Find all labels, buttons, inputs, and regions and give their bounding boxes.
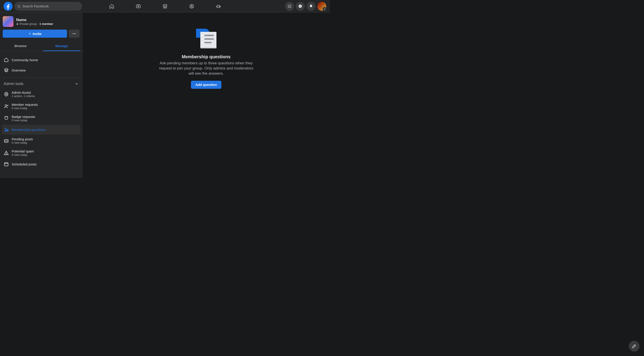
nav-membership-questions[interactable]: Membership questions — [2, 125, 80, 135]
main-content: Membership questions Ask pending members… — [82, 13, 330, 178]
empty-state-title: Membership questions — [182, 54, 230, 59]
svg-rect-31 — [204, 35, 214, 36]
topnav-left — [4, 2, 82, 11]
search-input[interactable] — [22, 4, 79, 8]
nav-pending-posts[interactable]: Pending posts 0 new today — [2, 135, 80, 147]
svg-point-7 — [219, 7, 220, 7]
svg-point-32 — [202, 39, 203, 40]
account-avatar[interactable] — [317, 2, 326, 11]
badge-icon — [4, 116, 9, 121]
nav-member-requests[interactable]: Member requests 0 new today — [2, 100, 80, 112]
svg-point-34 — [202, 42, 203, 43]
search-icon — [17, 5, 20, 8]
svg-rect-27 — [4, 163, 8, 166]
group-header[interactable]: Name Private group · 1 member — [2, 16, 80, 30]
lock-icon — [16, 23, 18, 25]
tab-manage[interactable]: Manage — [41, 40, 82, 51]
svg-point-21 — [5, 105, 7, 106]
nav-badge-requests[interactable]: Badge requests 0 new today — [2, 113, 80, 124]
group-actions: Invite — [2, 30, 80, 40]
group-thumbnail — [3, 16, 14, 27]
menu-button[interactable] — [285, 2, 294, 11]
svg-point-30 — [202, 35, 203, 36]
svg-point-19 — [75, 33, 76, 34]
topnav-right — [285, 2, 326, 11]
add-question-button[interactable]: Add question — [191, 81, 222, 89]
empty-state-description: Ask pending members up to three question… — [157, 61, 256, 76]
nav-admin-assist[interactable]: Admin Assist 1 action, 1 criteria — [2, 88, 80, 100]
svg-point-26 — [6, 154, 6, 154]
facebook-logo[interactable] — [4, 2, 12, 11]
tab-browse[interactable]: Browse — [0, 40, 41, 51]
nav-marketplace[interactable] — [152, 1, 178, 12]
svg-point-13 — [290, 6, 291, 7]
nav-community-home[interactable]: Community home — [2, 55, 80, 65]
nav-watch[interactable] — [126, 1, 151, 12]
svg-point-20 — [6, 94, 7, 95]
more-actions-button[interactable] — [69, 30, 80, 38]
svg-point-15 — [289, 7, 290, 8]
sidebar: Name Private group · 1 member Invite — [0, 13, 82, 178]
empty-state-illustration — [196, 29, 217, 48]
svg-point-14 — [288, 7, 288, 8]
svg-point-4 — [191, 5, 192, 7]
svg-point-0 — [18, 5, 20, 7]
svg-point-18 — [74, 33, 74, 34]
nav-groups[interactable] — [179, 1, 204, 12]
topnav-center — [99, 1, 231, 12]
plus-icon — [28, 32, 31, 35]
svg-point-16 — [290, 7, 291, 8]
svg-point-22 — [5, 128, 6, 130]
svg-point-10 — [290, 5, 291, 6]
svg-line-1 — [20, 7, 20, 8]
person-plus-icon — [4, 104, 9, 109]
gear-shield-icon — [4, 92, 9, 97]
admin-tools-header[interactable]: Admin tools — [2, 80, 80, 88]
sidebar-tabs: Browse Manage — [0, 40, 82, 51]
svg-point-12 — [289, 6, 290, 7]
nav-list: Community home Overview Admin tools — [2, 53, 80, 169]
stack-icon — [4, 68, 9, 73]
svg-rect-33 — [204, 38, 214, 40]
notifications-button[interactable] — [306, 2, 316, 11]
svg-point-11 — [288, 6, 288, 7]
nav-scheduled-posts[interactable]: Scheduled posts — [2, 159, 80, 169]
inbox-icon — [4, 138, 9, 144]
svg-point-9 — [289, 5, 290, 6]
svg-rect-35 — [204, 42, 212, 43]
divider — [2, 77, 80, 78]
warning-icon — [4, 150, 9, 156]
group-name: Name — [16, 18, 53, 22]
nav-gaming[interactable] — [206, 1, 231, 12]
nav-overview[interactable]: Overview — [2, 65, 80, 75]
invite-button[interactable]: Invite — [3, 30, 67, 38]
svg-point-8 — [288, 5, 288, 6]
chevron-up-icon — [74, 82, 79, 86]
calendar-icon — [4, 161, 9, 167]
nav-home[interactable] — [99, 1, 124, 12]
question-person-icon — [4, 127, 9, 132]
group-subtitle: Private group · 1 member — [16, 22, 53, 26]
top-navigation — [0, 0, 330, 13]
search-bar[interactable] — [14, 2, 82, 11]
messenger-button[interactable] — [296, 2, 305, 11]
nav-potential-spam[interactable]: Potential spam 0 new today — [2, 147, 80, 159]
home-icon — [4, 57, 9, 63]
svg-point-17 — [72, 33, 73, 34]
